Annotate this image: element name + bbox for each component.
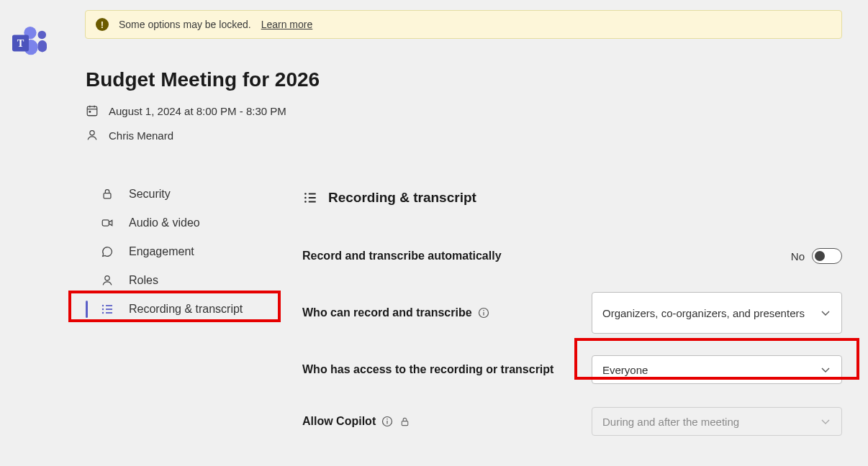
setting-label: Who can record and transcribe — [302, 306, 489, 319]
dropdown-value: Everyone — [602, 364, 648, 376]
settings-sidebar: Security Audio & video Engagement Roles — [76, 180, 284, 324]
meeting-organizer: Chris Menard — [109, 129, 173, 142]
sidebar-item-recording-transcript[interactable]: Recording & transcript — [76, 295, 284, 324]
svg-point-32 — [386, 419, 388, 420]
sidebar-item-roles[interactable]: Roles — [76, 266, 284, 295]
allow-copilot-dropdown: During and after the meeting — [592, 407, 842, 436]
person-icon — [100, 273, 114, 288]
sidebar-item-label: Engagement — [129, 245, 194, 258]
setting-label-text: Who can record and transcribe — [302, 306, 472, 319]
sidebar-item-security[interactable]: Security — [76, 180, 284, 209]
setting-auto-record: Record and transcribe automatically No — [302, 240, 842, 272]
setting-label: Record and transcribe automatically — [302, 250, 502, 262]
learn-more-link[interactable]: Learn more — [261, 19, 313, 30]
setting-allow-copilot: Allow Copilot During and after the meeti… — [302, 406, 842, 437]
list-icon — [302, 190, 318, 206]
chevron-down-icon — [820, 307, 831, 319]
info-icon[interactable] — [381, 416, 393, 427]
section-header: Recording & transcript — [302, 190, 842, 206]
svg-point-23 — [304, 201, 307, 203]
meeting-organizer-row: Chris Menard — [86, 129, 173, 142]
svg-point-22 — [304, 197, 307, 199]
sidebar-item-label: Recording & transcript — [129, 303, 243, 316]
video-icon — [100, 216, 114, 230]
setting-label-text: Allow Copilot — [302, 415, 376, 428]
who-has-access-dropdown[interactable]: Everyone — [592, 355, 842, 384]
svg-rect-10 — [89, 111, 91, 113]
lock-icon — [100, 187, 114, 201]
banner-text: Some options may be locked. — [119, 19, 251, 30]
setting-who-can-record: Who can record and transcribe Organizers… — [302, 292, 842, 334]
page-title: Budget Meeting for 2026 — [86, 68, 320, 91]
person-icon — [86, 129, 99, 142]
sidebar-item-label: Security — [129, 188, 171, 201]
meeting-datetime: August 1, 2024 at 8:00 PM - 8:30 PM — [109, 105, 286, 117]
teams-logo: T — [9, 24, 50, 59]
meeting-datetime-row: August 1, 2024 at 8:00 PM - 8:30 PM — [86, 104, 286, 117]
svg-point-21 — [304, 193, 307, 195]
toggle-value-label: No — [791, 250, 805, 262]
settings-main: Recording & transcript Record and transc… — [302, 190, 842, 457]
svg-text:T: T — [17, 37, 24, 49]
setting-who-has-access: Who has access to the recording or trans… — [302, 354, 842, 385]
info-icon[interactable] — [478, 307, 489, 319]
calendar-icon — [86, 104, 99, 117]
toggle-knob — [815, 251, 825, 261]
toggle-group: No — [791, 248, 842, 264]
list-icon — [100, 302, 114, 316]
svg-point-1 — [38, 31, 47, 40]
chevron-down-icon — [820, 364, 831, 375]
sidebar-item-label: Roles — [129, 274, 158, 287]
svg-point-17 — [102, 312, 104, 314]
svg-point-15 — [102, 305, 104, 306]
auto-record-toggle[interactable] — [812, 248, 842, 264]
locked-options-banner: ! Some options may be locked. Learn more — [85, 10, 842, 39]
svg-point-11 — [90, 131, 94, 135]
svg-point-14 — [105, 276, 109, 280]
lock-icon — [399, 416, 410, 427]
sidebar-item-audio-video[interactable]: Audio & video — [76, 209, 284, 237]
svg-point-29 — [483, 310, 484, 311]
svg-rect-13 — [102, 220, 109, 226]
setting-label: Who has access to the recording or trans… — [302, 363, 553, 376]
sidebar-item-label: Audio & video — [129, 216, 200, 229]
svg-point-16 — [102, 309, 104, 310]
chat-icon — [100, 245, 114, 259]
setting-label: Allow Copilot — [302, 415, 410, 428]
sidebar-item-engagement[interactable]: Engagement — [76, 237, 284, 266]
chevron-down-icon — [820, 416, 831, 427]
section-title: Recording & transcript — [328, 190, 476, 206]
svg-rect-33 — [402, 421, 407, 425]
svg-rect-12 — [104, 193, 111, 198]
svg-rect-6 — [87, 106, 97, 116]
dropdown-value: During and after the meeting — [602, 416, 739, 428]
svg-rect-3 — [38, 40, 47, 52]
dropdown-value: Organizers, co-organizers, and presenter… — [602, 307, 805, 319]
warning-icon: ! — [96, 18, 109, 31]
who-can-record-dropdown[interactable]: Organizers, co-organizers, and presenter… — [592, 292, 842, 334]
